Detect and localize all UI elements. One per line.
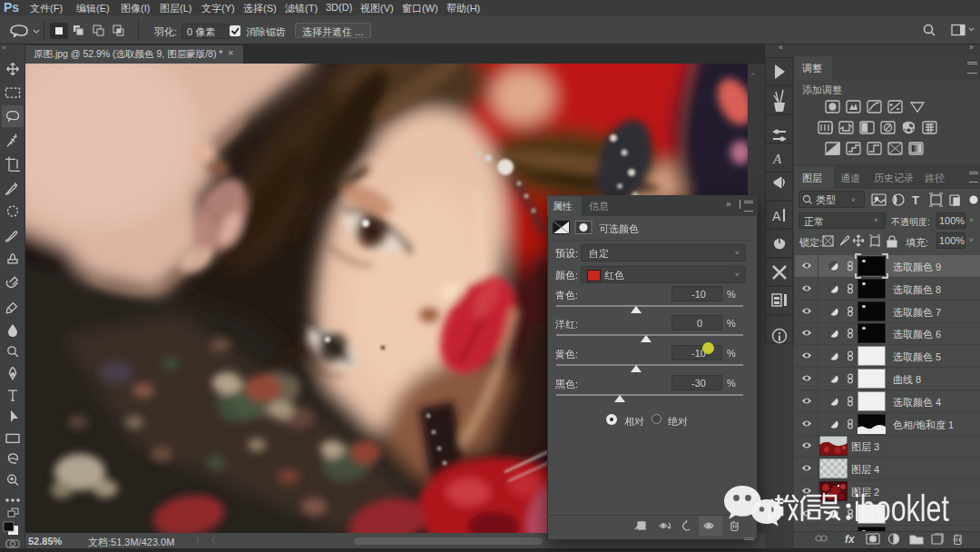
- svg-text:fx: fx: [845, 533, 856, 545]
- svg-text:A: A: [772, 209, 781, 223]
- svg-text:A: A: [772, 152, 782, 166]
- svg-text:ibooklet: ibooklet: [854, 488, 949, 529]
- svg-text:T: T: [912, 193, 919, 207]
